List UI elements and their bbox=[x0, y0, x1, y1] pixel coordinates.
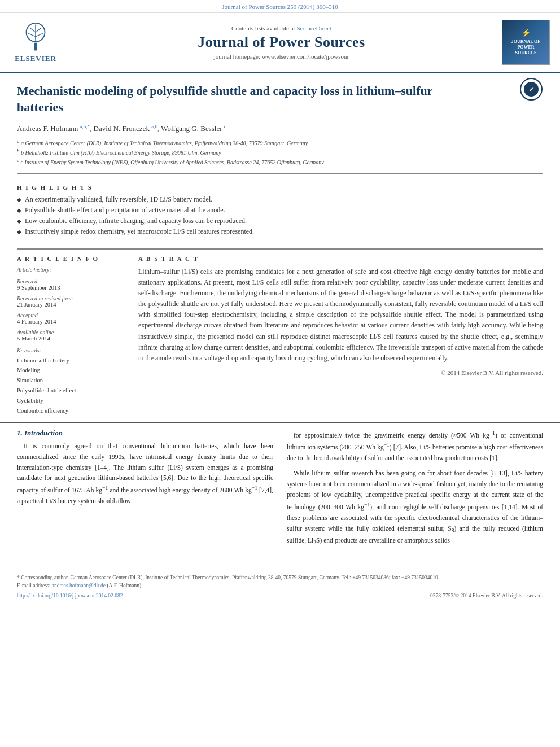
copyright-line: © 2014 Elsevier B.V. All rights reserved… bbox=[138, 369, 543, 376]
footer-issn: 0378-7753/© 2014 Elsevier B.V. All right… bbox=[430, 593, 543, 599]
svg-line-3 bbox=[30, 28, 36, 32]
article-area: ✓ Mechanistic modeling of polysulfide sh… bbox=[0, 73, 560, 422]
body-columns: 1. Introduction It is commonly agreed on… bbox=[17, 429, 543, 552]
body-para-3: While lithium–sulfur research has been g… bbox=[287, 468, 543, 547]
journal-logo-right: ⚡ JOURNAL OFPOWERSOURCES bbox=[502, 20, 550, 65]
elsevier-wordmark: ELSEVIER bbox=[15, 54, 56, 63]
elsevier-logo: ELSEVIER bbox=[10, 22, 61, 63]
footer-area: * Corresponding author. German Aerospace… bbox=[0, 569, 560, 604]
author-1: Andreas F. Hofmann a,b,* bbox=[17, 124, 90, 133]
bullet-1: ◆ bbox=[17, 196, 21, 203]
journal-ref-text: Journal of Power Sources 259 (2014) 300–… bbox=[222, 3, 338, 10]
author-3: Wolfgang G. Bessler c bbox=[161, 124, 226, 133]
journal-header: ELSEVIER Contents lists available at Sci… bbox=[0, 13, 560, 73]
abstract-heading: A B S T R A C T bbox=[138, 255, 543, 262]
body-left-col: 1. Introduction It is commonly agreed on… bbox=[17, 429, 273, 552]
highlight-item-4: ◆ Instructively simple redox chemistry, … bbox=[17, 228, 543, 236]
highlights-list: ◆ An experimentally validated, fully rev… bbox=[17, 195, 543, 236]
body-area: 1. Introduction It is commonly agreed on… bbox=[0, 422, 560, 563]
abstract-col: A B S T R A C T Lithium–sulfur (Li/S) ce… bbox=[138, 255, 543, 416]
keyword-1: Lithium sulfur battery bbox=[17, 356, 127, 366]
date-available: Available online 5 March 2014 bbox=[17, 329, 127, 342]
keyword-6: Coulombic efficiency bbox=[17, 406, 127, 416]
highlights-section: H I G H L I G H T S ◆ An experimentally … bbox=[17, 180, 543, 243]
highlight-item-2: ◆ Polysulfide shuttle effect and precipi… bbox=[17, 206, 543, 215]
svg-line-6 bbox=[36, 33, 43, 37]
author-2: David N. Fronczek a,b bbox=[94, 124, 158, 133]
article-history-label: Article history: bbox=[17, 267, 127, 273]
crossmark-icon: ✓ bbox=[519, 77, 543, 101]
article-info-heading: A R T I C L E I N F O bbox=[17, 255, 127, 262]
journal-ref-bar: Journal of Power Sources 259 (2014) 300–… bbox=[0, 0, 560, 13]
footer-email[interactable]: andreas.hofmann@dlr.de bbox=[52, 583, 106, 588]
section-1-heading: 1. Introduction bbox=[17, 429, 273, 438]
svg-line-5 bbox=[28, 33, 36, 37]
affiliation-c: c c Institute of Energy System Technolog… bbox=[17, 157, 543, 167]
journal-center: Contents lists available at ScienceDirec… bbox=[61, 25, 502, 60]
bullet-4: ◆ bbox=[17, 229, 21, 235]
affiliation-a: a a German Aerospace Center (DLR), Insti… bbox=[17, 138, 543, 147]
sciencedirect-link[interactable]: ScienceDirect bbox=[296, 25, 331, 32]
keyword-5: Cyclability bbox=[17, 396, 127, 406]
abstract-text: Lithium–sulfur (Li/S) cells are promisin… bbox=[138, 267, 543, 364]
separator-1 bbox=[17, 173, 543, 174]
bullet-3: ◆ bbox=[17, 218, 21, 224]
body-right-col: for approximately twice the gravimetric … bbox=[287, 429, 543, 552]
journal-title: Journal of Power Sources bbox=[61, 34, 502, 51]
keyword-4: Polysulfide shuttle effect bbox=[17, 386, 127, 396]
journal-homepage: journal homepage: www.elsevier.com/locat… bbox=[61, 53, 502, 60]
article-info-abstract: A R T I C L E I N F O Article history: R… bbox=[17, 255, 543, 416]
authors-line: Andreas F. Hofmann a,b,*, David N. Fronc… bbox=[17, 123, 543, 133]
keyword-2: Modeling bbox=[17, 365, 127, 375]
highlight-item-1: ◆ An experimentally validated, fully rev… bbox=[17, 195, 543, 204]
body-para-2: for approximately twice the gravimetric … bbox=[287, 429, 543, 464]
date-accepted: Accepted 4 February 2014 bbox=[17, 312, 127, 325]
footer-email-line: E-mail address: andreas.hofmann@dlr.de (… bbox=[17, 582, 543, 589]
keywords-label: Keywords: bbox=[17, 347, 127, 353]
keyword-3: Simulation bbox=[17, 375, 127, 386]
bullet-2: ◆ bbox=[17, 207, 21, 213]
keywords-section: Keywords: Lithium sulfur battery Modelin… bbox=[17, 347, 127, 416]
crossmark-badge: ✓ bbox=[519, 77, 543, 103]
highlight-item-3: ◆ Low coulombic efficiency, infinite cha… bbox=[17, 217, 543, 225]
elsevier-tree-icon bbox=[19, 22, 53, 53]
contents-available: Contents lists available at ScienceDirec… bbox=[61, 25, 502, 32]
affiliation-b: b b Helmholtz Institute Ulm (HIU) Electr… bbox=[17, 147, 543, 157]
article-title: Mechanistic modeling of polysulfide shut… bbox=[17, 83, 440, 115]
page: Journal of Power Sources 259 (2014) 300–… bbox=[0, 0, 560, 747]
highlights-heading: H I G H L I G H T S bbox=[17, 184, 543, 191]
article-info-col: A R T I C L E I N F O Article history: R… bbox=[17, 255, 127, 416]
date-received: Received 9 September 2013 bbox=[17, 278, 127, 291]
body-para-1: It is commonly agreed on that convention… bbox=[17, 441, 273, 507]
date-revised: Received in revised form 21 January 2014 bbox=[17, 295, 127, 308]
footer-links: http://dx.doi.org/10.1016/j.jpowsour.201… bbox=[17, 593, 543, 599]
svg-rect-0 bbox=[34, 42, 37, 50]
svg-text:✓: ✓ bbox=[528, 85, 535, 94]
separator-2 bbox=[17, 248, 543, 250]
footer-doi[interactable]: http://dx.doi.org/10.1016/j.jpowsour.201… bbox=[17, 593, 123, 599]
svg-line-4 bbox=[36, 28, 41, 32]
footer-star-note: * Corresponding author. German Aerospace… bbox=[17, 574, 543, 582]
affiliations: a a German Aerospace Center (DLR), Insti… bbox=[17, 138, 543, 167]
